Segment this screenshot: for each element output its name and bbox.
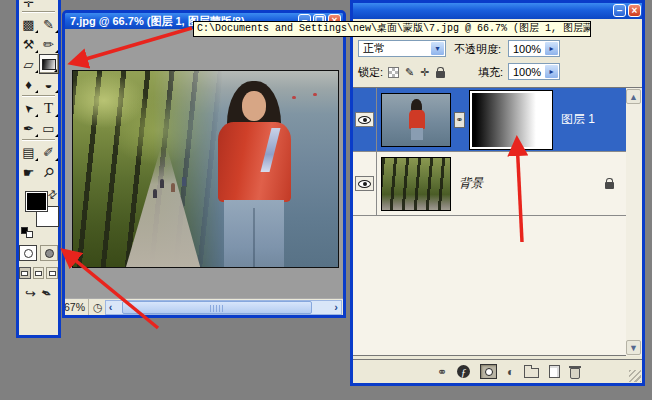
fill-value-field[interactable]: 100% ▸ [508,63,560,80]
zoom-tool-icon[interactable]: ⚲ [39,162,59,182]
lock-position-icon[interactable]: ✛ [420,66,429,79]
pedestrian-figure [182,177,186,186]
panel-resize-grip[interactable] [629,370,641,382]
scroll-up-icon[interactable]: ▲ [626,89,641,104]
default-colors-icon[interactable] [21,227,33,238]
layer-row-layer1[interactable]: ⚭ 图层 1 [353,88,626,152]
fill-arrow-icon[interactable]: ▸ [544,64,559,79]
gradient-tool-icon[interactable] [39,54,59,74]
opacity-arrow-icon[interactable]: ▸ [544,41,559,56]
woman-subject [213,81,295,267]
history-brush-tool-icon[interactable]: ✏ [39,34,59,54]
add-layer-mask-button[interactable] [480,364,497,379]
opacity-label: 不透明度: [454,42,501,57]
tool-palette: ✛ ⌒ ▩ ✎ ⚒ ✏ ▱ ♦ ◒ ➤ T ✒ ▭ ▤ ✐ ☛ ⚲ ⇄ [16,0,61,338]
blur-tool-icon[interactable]: ♦ [19,74,39,94]
blend-mode-select[interactable]: 正常 ▾ [358,40,446,57]
path-selection-tool-icon[interactable]: ➤ [19,98,39,118]
patch-tool-icon[interactable]: ▩ [19,14,39,34]
pedestrian-figure [160,179,164,188]
pedestrian-figure [153,189,157,198]
pedestrian-figure [171,183,175,192]
layer-name[interactable]: 图层 1 [561,111,595,128]
quick-mask-mode-button[interactable] [40,245,58,261]
chevron-down-icon[interactable]: ▾ [430,41,445,56]
lock-transparency-icon[interactable] [388,67,399,78]
fullscreen-menubar-mode-button[interactable] [33,267,45,279]
layer-name[interactable]: 背景 [459,175,483,192]
layer-locked-icon [605,182,614,189]
visibility-toggle[interactable] [355,112,374,127]
gradient-mask [472,93,550,147]
layers-panel-bottombar: ⚭ ƒ ◐ [353,359,642,383]
scrollbar-thumb[interactable] [122,301,312,314]
type-tool-icon[interactable]: T [39,98,59,118]
timer-status-icon: ◷ [93,301,103,314]
toolbar-divider [22,139,55,141]
link-layers-icon[interactable]: ⚭ [437,365,447,379]
woman-face [242,91,266,121]
desktop: 7.jpg @ 66.7% (图层 1, 图层蒙版/8) – ❐ × [0,0,652,400]
visibility-toggle[interactable] [355,176,374,191]
eye-icon [358,180,371,188]
scroll-down-icon[interactable]: ▼ [626,340,641,355]
buoy-dot [313,93,317,96]
scroll-right-icon[interactable]: › [331,301,341,314]
document-statusbar: 66.67% ◷ ‹ › [65,298,343,315]
layer-mask-thumbnail[interactable] [469,90,553,150]
scrollbar-track[interactable] [116,301,331,314]
close-icon[interactable]: × [628,4,641,17]
layers-panel-titlebar[interactable]: – × [353,3,642,19]
standard-mode-button[interactable] [19,245,37,261]
delete-layer-icon[interactable] [570,368,580,379]
fullscreen-mode-button[interactable] [46,267,58,279]
pen-tool-icon[interactable]: ✒ [19,118,39,138]
layer1-thumbnail[interactable] [381,93,451,147]
document-canvas[interactable] [65,29,343,298]
imageready-logo-icon: ✒ [38,284,54,302]
layer-style-icon[interactable]: ƒ [457,365,470,378]
new-layer-icon[interactable] [549,365,560,378]
eye-icon [358,116,371,124]
standard-screen-mode-button[interactable] [19,267,31,279]
background-thumbnail[interactable] [381,157,451,211]
lock-all-icon[interactable] [436,71,445,78]
zoom-level-field[interactable]: 66.67% [65,299,86,315]
path-tooltip: C:\Documents and Settings\new\桌面\蒙版\7.jp… [193,21,591,37]
minimize-button[interactable]: – [613,4,626,17]
statusbar-divider [88,299,89,315]
shape-tool-icon[interactable]: ▭ [39,118,59,138]
foreground-color-swatch[interactable] [25,191,48,212]
eyedropper-tool-icon[interactable]: ✐ [39,142,59,162]
brush-tool-icon[interactable]: ✎ [39,14,59,34]
woman-jeans [224,200,284,267]
woman-red-shirt [218,122,290,202]
layers-panel: – × 正常 ▾ 不透明度: 100% ▸ 锁定: ✎ ✛ [350,0,645,386]
eraser-tool-icon[interactable]: ▱ [19,54,39,74]
jump-to-imageready-icon[interactable]: ↪ [25,286,36,301]
adjustment-layer-icon[interactable]: ◐ [507,365,514,379]
layer-row-background[interactable]: 背景 [353,152,626,216]
fill-label: 填充: [478,65,503,80]
hand-tool-icon[interactable]: ☛ [19,162,39,182]
new-group-icon[interactable] [524,368,539,378]
notes-tool-icon[interactable]: ▤ [19,142,39,162]
shirt-pattern [261,128,281,172]
photo-canvas[interactable] [72,70,339,268]
horizontal-scrollbar[interactable]: ‹ › [105,300,342,315]
clone-stamp-tool-icon[interactable]: ⚒ [19,34,39,54]
lasso-tool-icon[interactable]: ⌒ [39,1,59,10]
mask-link-icon[interactable]: ⚭ [454,112,465,128]
image-document-window: 7.jpg @ 66.7% (图层 1, 图层蒙版/8) – ❐ × [62,10,346,318]
dodge-tool-icon[interactable]: ◒ [39,74,59,94]
scrollbar-grip [210,305,224,312]
toolbar-divider [22,11,55,13]
toolbar-divider [22,95,55,97]
color-swatch-area: ⇄ [19,188,58,240]
lock-paint-icon[interactable]: ✎ [405,66,414,79]
opacity-value-field[interactable]: 100% ▸ [508,40,560,57]
scroll-left-icon[interactable]: ‹ [106,301,116,314]
move-tool-icon[interactable]: ✛ [19,1,39,10]
layers-vertical-scrollbar[interactable]: ▲ ▼ [626,87,642,356]
layer-list: ⚭ 图层 1 背景 [353,87,626,356]
